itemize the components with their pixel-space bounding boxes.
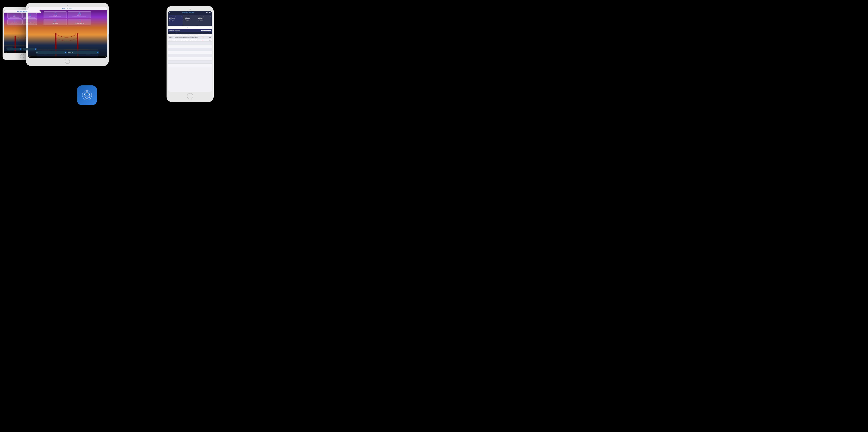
menu-grid-center: $ ACCOUNTS CHECK BALANCES AND SEARCH TRA… [43,11,91,25]
transactions-title: Transactions [187,27,193,28]
paysomeone-icon-center [54,20,57,23]
paybills-subtitle-left: ADD AND DELETE PAYEES, SEND AND MANAGE P… [24,17,35,18]
bottom-buttons-center: HELP › LOCATE US › [35,51,99,54]
locateus-arrow-left: › [35,48,36,50]
table-row-empty [168,48,212,51]
phone-screen: ≡ SRI Federal Credit Union LOG OUT Perso… [168,11,212,92]
account-card-savings[interactable]: Personal Savings ⚙ (...5678) $19,420.01 … [183,15,197,26]
col-amount-header: AMOUNT [206,33,211,33]
hamburger-icon[interactable]: ≡ [169,12,170,13]
account-card-checking[interactable]: Personal Checking ⚙ (...1234) $1256.87 A… [169,15,183,26]
account-num-3: (...4321) [198,17,211,18]
phone-brand-name: SRI Federal Credit Union [182,12,194,13]
trans-date-1: 08-11-2016 [169,35,175,35]
paysomeone-subtitle-center: TRANSFER MONEY TO ANYONE [51,24,59,24]
table-row[interactable]: 08-03-2016 Withdrawal To Account 0000 TR… [168,39,212,42]
trans-desc-1: Withdrawal To Account 0000 TRANSFER GENE… [175,35,200,35]
logo-icon-center [62,8,63,9]
svg-point-30 [54,21,55,21]
svg-rect-1 [14,35,16,53]
trans-amount-2: $21.34 [206,37,211,38]
col-desc-header: DESCRIPTION [175,33,200,33]
menu-paybills-left[interactable]: $ PAY BILLS ADD AND DELETE PAYEES, SEND … [22,13,37,19]
account-amount-2: $19,420.01 [184,18,196,19]
accounts-subtitle-left: CHECK BALANCES AND SEARCH TRANSACTIONS [10,17,19,18]
app-header-left: SRI Federal Credit Union [4,10,41,12]
transactions-list: 08-11-2016 Withdrawal To Account 0000 TR… [168,34,212,92]
brand-name-center: SRI Federal Credit Union [63,8,72,9]
tablet-left-camera [22,8,23,9]
trans-desc-2: Withdrawal To Account 0000 TRANSFER GENE… [175,37,200,38]
search-placeholder: Search Transactions [203,30,210,31]
table-row-empty [168,64,212,67]
svg-point-31 [55,21,56,21]
brand-logo-left: SRI Federal Credit Union [17,11,27,12]
account-card-vacation[interactable]: Vacation Savings ⚙ (...4321) $560.00 Ava… [197,15,211,26]
accounts-subtitle-center: CHECK BALANCES AND SEARCH TRANSACTIONS [49,16,61,17]
menu-transfer-left[interactable]: EXTERNAL TRANSFER TRANSFER MONEY TO AND … [22,19,37,25]
logout-button[interactable]: LOG OUT [207,12,211,13]
paysomeone-subtitle-left: SEND AND MANAGE PAYMENTS FROM YOUR PHONE [10,23,20,24]
menu-transfer-center[interactable]: EXTERNAL TRANSFER TRANSFER MONEY TO AND … [68,19,91,25]
ncua-text-center: NCUA 🏠 [29,56,31,57]
table-row-empty [168,57,212,60]
svg-text:$: $ [55,13,56,14]
brand-logo-center: SRI Federal Credit Union [62,8,72,9]
tablet-center-screen: SRI Federal Credit Union $ ACCOUNTS CHEC… [28,7,107,58]
menu-accounts-center[interactable]: $ ACCOUNTS CHECK BALANCES AND SEARCH TRA… [43,11,67,18]
account-amount-3: $560.00 [198,18,211,19]
forward-arrow[interactable]: › [210,27,211,29]
account-avail-label-2: Available [184,20,196,20]
globe-icon [81,89,93,101]
svg-text:$: $ [29,15,30,16]
table-row[interactable]: 08-11-2016 Withdrawal To Account 0000 TR… [168,34,212,36]
menu-accounts-left[interactable]: $ ACCOUNTS CHECK BALANCES AND SEARCH TRA… [7,13,22,19]
col-date-header: DATE [169,33,175,33]
menu-paysomeone-left[interactable]: PAY SOMEONE SEND AND MANAGE PAYMENTS FRO… [7,19,22,25]
bottom-buttons-left: HELP › LOCATE US › [7,48,37,51]
lock-icon-center: 🔒 [105,56,106,57]
app-header-center: SRI Federal Credit Union [28,7,107,10]
phone-home-btn[interactable] [187,93,193,99]
app-icon[interactable] [77,85,97,105]
account-num-2: (...5678) [184,17,196,18]
menu-grid-left: $ ACCOUNTS CHECK BALANCES AND SEARCH TRA… [7,13,37,25]
svg-rect-16 [29,21,30,22]
menu-paysomeone-center[interactable]: PAY SOMEONE TRANSFER MONEY TO ANYONE [43,19,67,25]
paybills-icon-center: $ [78,12,81,15]
tablet-center-home-btn[interactable] [65,59,70,64]
table-row-empty [168,60,212,64]
locateus-button-left[interactable]: LOCATE US › [22,48,37,51]
account-avail-label-1: Available [169,20,182,20]
account-current-2: Current $167.31 [184,21,196,21]
phone-right: ≡ SRI Federal Credit Union LOG OUT Perso… [166,6,214,102]
table-row-empty [168,54,212,57]
help-arrow-center: › [65,52,66,53]
transfer-icon-left [29,20,31,22]
locateus-arrow-center: › [97,52,98,53]
help-button-center[interactable]: HELP › [35,51,67,54]
phone-camera [189,9,191,10]
help-button-left[interactable]: HELP › [7,48,22,51]
transfer-subtitle-left: TRANSFER MONEY TO AND FROM ANOTHER BANK [25,23,34,24]
table-row-empty [168,51,212,54]
trans-date-3: 08-03-2016 [169,40,175,41]
table-row[interactable]: 08-04-2016 Withdrawal To Account 0000 TR… [168,36,212,39]
table-row-empty [168,42,212,45]
trans-status-2: $1.23 [200,37,206,38]
locateus-button-center[interactable]: LOCATE US › [68,51,99,54]
transfer-icon-center [78,20,81,23]
trans-desc-3: Withdrawal To Account 0000 TRANSFER GENE… [175,40,200,41]
back-arrow[interactable]: ‹ [170,27,170,29]
menu-paybills-center[interactable]: $ PAY BILLS ADD AND DELETE PAYEES, SEND … [68,11,91,18]
paybills-icon-left: $ [29,14,31,16]
main-scene: SRI Federal Credit Union $ ACCOUNTS CHEC… [1,1,217,107]
account-avail-label-3: Available [198,20,211,20]
tablet-center-side-btn[interactable] [108,34,110,40]
tablet-left-home-btn[interactable] [20,54,24,58]
help-arrow-left: › [20,48,21,50]
phone-top-bar: ≡ SRI Federal Credit Union LOG OUT [168,11,212,14]
accounts-icon-center: $ [54,12,57,15]
svg-point-14 [14,21,14,21]
search-box[interactable]: 🔍 Search Transactions [201,30,211,31]
